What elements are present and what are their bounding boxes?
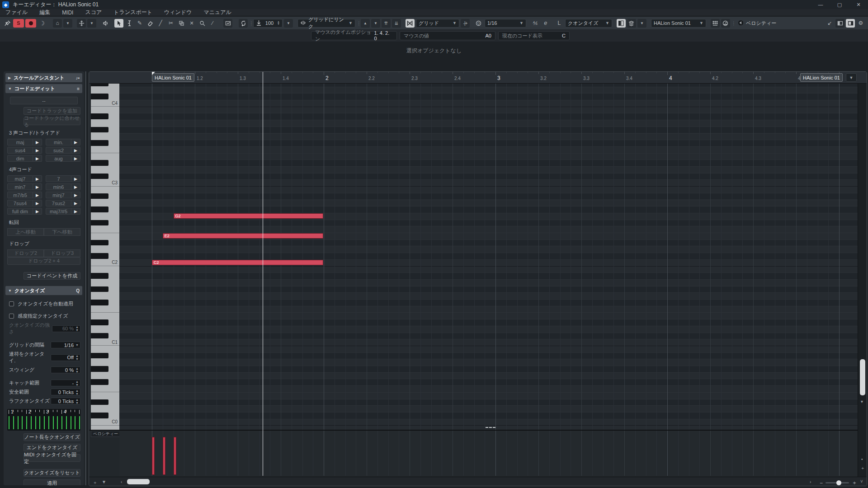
chord-label[interactable]: 7sus2 xyxy=(46,200,71,206)
tetrad-min6[interactable]: min6▶ xyxy=(46,183,80,190)
auto-apply-checkbox[interactable] xyxy=(9,301,14,306)
part-start-label[interactable]: HALion Sonic 01 xyxy=(152,73,194,82)
piano-key-black[interactable] xyxy=(91,160,108,166)
octave-down-icon[interactable]: ⇊ xyxy=(392,19,401,28)
grid-row[interactable] xyxy=(119,140,867,146)
piano-key-black[interactable] xyxy=(91,113,108,119)
quantize-preset-field[interactable]: 1/16 ▼ xyxy=(485,19,526,28)
vscroll-thumb[interactable] xyxy=(860,359,865,395)
grid-row[interactable] xyxy=(119,107,867,113)
triad-sus2[interactable]: sus2▶ xyxy=(46,147,80,154)
velocity-bar-C2[interactable] xyxy=(152,437,155,475)
left-zone-toggle-icon[interactable] xyxy=(835,19,844,28)
grid-row[interactable] xyxy=(119,146,867,153)
piano-key-black[interactable] xyxy=(91,253,108,259)
vertical-scrollbar[interactable]: ▾ • ＋ xyxy=(858,84,867,477)
drum-map-icon[interactable] xyxy=(711,19,720,28)
piano-key-black[interactable] xyxy=(91,94,108,99)
corner-chevron-icon[interactable]: ˅ xyxy=(860,479,863,484)
grid-row[interactable] xyxy=(119,333,867,339)
grid-row[interactable] xyxy=(119,419,867,426)
range-tool[interactable] xyxy=(125,19,134,28)
chord-play-icon[interactable]: ▶ xyxy=(71,155,80,162)
grid-row[interactable] xyxy=(119,193,867,200)
glue-tool-icon[interactable] xyxy=(177,19,186,28)
grid-row[interactable] xyxy=(119,372,867,379)
grid-row[interactable] xyxy=(119,326,867,333)
menu-1[interactable]: 編集 xyxy=(39,9,50,16)
grid-row[interactable] xyxy=(119,366,867,372)
field-value[interactable]: Off▲▼ xyxy=(51,354,80,361)
nudge-down-icon[interactable]: ▼ xyxy=(371,19,380,28)
tetrad-maj7[interactable]: maj7▶ xyxy=(7,175,42,182)
hscroll-thumb[interactable] xyxy=(127,479,150,484)
chord-label[interactable]: dim xyxy=(7,155,33,162)
chord-label[interactable]: maj7/#5 xyxy=(46,208,71,215)
zoom-tool-icon[interactable] xyxy=(198,19,207,28)
object-selection-tool[interactable] xyxy=(114,19,123,28)
piano-key-black[interactable] xyxy=(91,366,108,372)
chord-label[interactable]: min6 xyxy=(46,183,71,190)
chord-label[interactable]: aug xyxy=(46,155,71,162)
chord-label[interactable]: sus2 xyxy=(46,147,71,154)
velocity-display-field[interactable]: ベロシティー xyxy=(736,19,788,28)
triad-aug[interactable]: aug▶ xyxy=(46,155,80,162)
zoom-track[interactable] xyxy=(826,482,849,483)
velocity-lane[interactable] xyxy=(119,431,867,476)
pin-icon[interactable] xyxy=(3,19,12,28)
vertical-zoom-in-icon[interactable]: ＋ xyxy=(860,465,865,471)
iterative-quantize-icon[interactable]: ⅍ xyxy=(531,19,540,28)
part-end-label[interactable]: HALion Sonic 01 xyxy=(800,73,843,82)
record-in-editor-button[interactable] xyxy=(25,19,36,28)
grid-row[interactable] xyxy=(119,292,867,299)
menu-3[interactable]: スコア xyxy=(85,9,102,16)
piano-key-black[interactable] xyxy=(91,206,108,212)
piano-key-black[interactable] xyxy=(91,174,108,179)
erase-tool-icon[interactable] xyxy=(146,19,155,28)
dropdown-caret-icon[interactable]: ▼ xyxy=(75,343,79,347)
grid-row[interactable] xyxy=(119,84,867,87)
chord-play-icon[interactable]: ▶ xyxy=(33,192,42,198)
chord-play-icon[interactable]: ▶ xyxy=(33,139,42,145)
grid-row[interactable] xyxy=(119,266,867,273)
color-scheme-icon[interactable] xyxy=(627,19,636,28)
midi-note-C2[interactable]: C2 xyxy=(152,260,323,265)
minimize-button[interactable]: — xyxy=(811,0,830,9)
tetrad-7[interactable]: 7▶ xyxy=(46,175,80,182)
horizontal-zoom-slider[interactable]: − ＋ xyxy=(820,479,857,486)
chord-label[interactable]: 7sus4 xyxy=(7,200,33,206)
triad-sus4[interactable]: sus4▶ xyxy=(7,147,42,154)
grid-row[interactable] xyxy=(119,220,867,226)
insert-velocity-spinner[interactable]: ▲▼ xyxy=(277,21,280,25)
spinner-icon[interactable]: ▲▼ xyxy=(75,354,79,361)
grid-row[interactable] xyxy=(119,160,867,166)
spinner-icon[interactable]: ▲▼ xyxy=(75,367,79,373)
midi-note-G2[interactable]: G2 xyxy=(174,213,324,219)
tetrad-7sus4[interactable]: 7sus4▶ xyxy=(7,200,42,206)
scroll-right-icon[interactable]: › xyxy=(810,479,811,484)
velocity-bar-G2[interactable] xyxy=(174,437,176,475)
zoom-out-icon[interactable]: − xyxy=(820,480,823,486)
acoustic-feedback-icon[interactable]: ☽ xyxy=(38,19,47,28)
insert-velocity-dropdown[interactable]: ▼ xyxy=(284,19,293,28)
current-chord-button[interactable]: -- xyxy=(10,97,78,104)
scale-assistant-section[interactable]: ▶ スケールアシスタント ♪▪ xyxy=(5,73,82,82)
grid-row[interactable] xyxy=(119,93,867,100)
menu-2[interactable]: MIDI xyxy=(62,9,73,16)
field-value[interactable]: 0 %▲▼ xyxy=(51,366,80,373)
chord-play-icon[interactable]: ▶ xyxy=(33,200,42,206)
quantize-button2-1[interactable]: 適用 xyxy=(24,479,80,485)
scroll-left-icon[interactable]: ‹ xyxy=(121,479,122,484)
chord-play-icon[interactable]: ▶ xyxy=(71,183,80,190)
chord-label[interactable]: full dim xyxy=(7,208,33,215)
field-value[interactable]: 0 Ticks▲▼ xyxy=(51,398,80,404)
chord-label[interactable]: maj7 xyxy=(7,175,33,182)
insert-velocity-field[interactable]: 100 ▲▼ xyxy=(253,19,283,28)
piano-key-black[interactable] xyxy=(91,127,108,133)
piano-key-black[interactable] xyxy=(91,353,108,359)
spinner-icon[interactable]: ▲▼ xyxy=(75,325,79,332)
part-list-dropdown[interactable]: ▼ xyxy=(846,73,857,82)
grid-row[interactable] xyxy=(119,127,867,133)
tetrad-7sus2[interactable]: 7sus2▶ xyxy=(46,200,80,206)
insert-velocity-value[interactable]: 100 xyxy=(264,20,275,26)
